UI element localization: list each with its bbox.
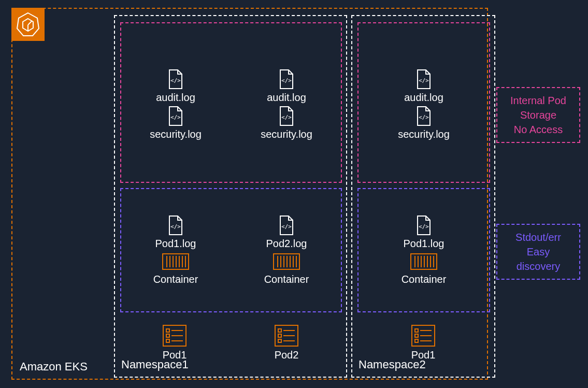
file-item: security.log — [150, 106, 202, 140]
legend-line: Storage — [506, 108, 571, 122]
file-label: security.log — [398, 128, 450, 140]
container-label: Container — [153, 274, 198, 285]
code-file-icon — [277, 69, 296, 90]
file-label: security.log — [261, 128, 312, 140]
file-label: audit.log — [267, 92, 306, 104]
container-icon — [162, 252, 190, 271]
pod-item: Pod1 — [162, 324, 187, 361]
file-label: Pod1.log — [404, 238, 444, 250]
file-item: Pod1.log — [404, 215, 444, 250]
file-item: security.log — [261, 106, 312, 140]
ns1-stdout-region: Pod1.log Container Pod2.log Container — [120, 188, 342, 312]
pod-icon — [162, 324, 187, 347]
file-item: audit.log — [267, 69, 306, 104]
file-label: Pod1.log — [155, 238, 196, 250]
code-file-icon — [414, 215, 433, 236]
pod-item: Pod1 — [411, 324, 436, 361]
code-file-icon — [414, 69, 433, 90]
ns1-stdout-col2: Pod2.log Container — [232, 189, 341, 311]
pod-label: Pod1 — [411, 349, 436, 361]
legend-line: Easy discovery — [506, 245, 571, 274]
namespace2-region: Namespace2 audit.log security.log Pod1.l… — [351, 15, 495, 378]
ns1-internal-storage: audit.log security.log audit.log securit… — [120, 22, 342, 183]
code-file-icon — [277, 106, 296, 126]
file-item: security.log — [398, 106, 450, 140]
file-label: security.log — [150, 128, 202, 140]
ns2-pod1: Pod1 — [357, 317, 489, 368]
ns1-pod1: Pod1 — [120, 317, 229, 368]
ns1-internal-col1: audit.log security.log — [121, 23, 230, 182]
file-item: audit.log — [404, 69, 443, 104]
pod-icon — [274, 324, 299, 347]
amazon-eks-region: Amazon EKS Namespace1 audit.log security… — [11, 8, 488, 380]
code-file-icon — [166, 215, 185, 236]
ns2-internal-storage: audit.log security.log — [357, 22, 490, 183]
container-label: Container — [401, 274, 447, 285]
code-file-icon — [414, 106, 433, 126]
code-file-icon — [166, 69, 185, 90]
legend-line: Stdout/err — [506, 230, 571, 245]
legend-internal-storage: Internal Pod Storage No Access — [496, 87, 580, 143]
container-item: Container — [153, 252, 198, 285]
ns2-stdout-col1: Pod1.log Container — [358, 189, 489, 311]
ns1-pod-row: Pod1 Pod2 — [120, 317, 341, 368]
ns2-stdout-region: Pod1.log Container — [357, 188, 490, 312]
file-label: audit.log — [156, 92, 195, 104]
container-icon — [410, 252, 438, 271]
legend-line: No Access — [506, 122, 571, 137]
legend-line: Internal Pod — [506, 93, 571, 108]
ns2-pod-row: Pod1 — [357, 317, 489, 368]
pod-label: Pod1 — [163, 349, 187, 361]
container-item: Container — [401, 252, 447, 285]
container-label: Container — [264, 274, 309, 285]
code-file-icon — [277, 215, 296, 236]
legend-stdout: Stdout/err Easy discovery — [496, 224, 580, 280]
pod-icon — [411, 324, 436, 347]
ns1-internal-col2: audit.log security.log — [232, 23, 341, 182]
ns2-internal-col1: audit.log security.log — [358, 23, 489, 182]
container-icon — [273, 252, 300, 271]
code-file-icon — [166, 106, 185, 126]
pod-item: Pod2 — [274, 324, 299, 361]
container-item: Container — [264, 252, 309, 285]
file-item: audit.log — [156, 69, 195, 104]
pod-label: Pod2 — [275, 349, 299, 361]
file-item: Pod2.log — [266, 215, 307, 250]
ns1-pod2: Pod2 — [232, 317, 341, 368]
file-label: audit.log — [404, 92, 443, 104]
file-label: Pod2.log — [266, 238, 307, 250]
file-item: Pod1.log — [155, 215, 196, 250]
namespace1-region: Namespace1 audit.log security.log audit.… — [114, 15, 347, 378]
ns1-stdout-col1: Pod1.log Container — [121, 189, 230, 311]
eks-service-icon — [11, 8, 45, 41]
eks-label: Amazon EKS — [20, 360, 88, 373]
